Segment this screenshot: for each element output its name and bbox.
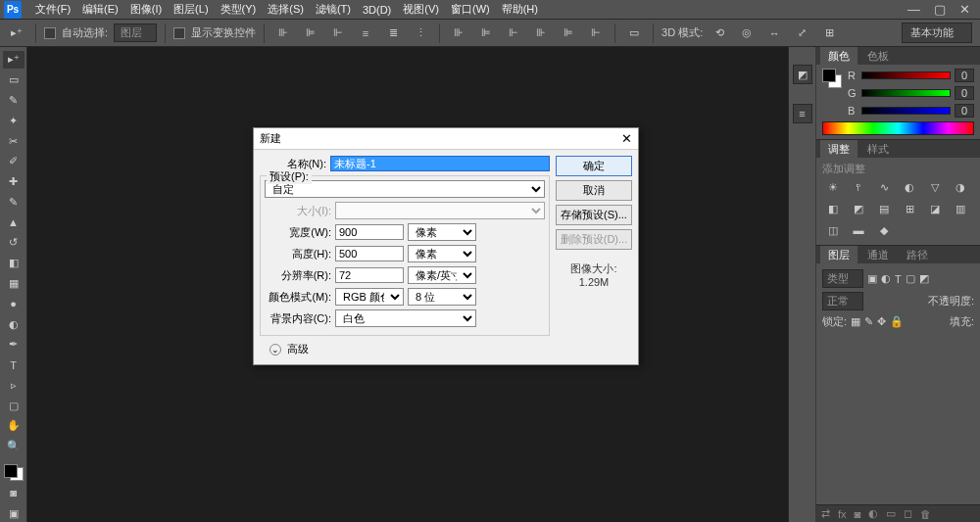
- hand-tool[interactable]: ✋: [3, 417, 24, 435]
- link-icon[interactable]: ⇄: [821, 507, 830, 520]
- adj-curves-icon[interactable]: ∿: [875, 180, 893, 194]
- menu-help[interactable]: 帮助(H): [496, 0, 544, 19]
- 3d-icon-5[interactable]: ⊞: [818, 23, 840, 44]
- lock-icon-1[interactable]: ▦: [851, 315, 860, 328]
- advanced-toggle[interactable]: ⌄ 高级: [260, 336, 550, 358]
- maximize-icon[interactable]: ▢: [934, 2, 946, 17]
- screenmode-tool[interactable]: ▣: [3, 504, 24, 522]
- align-icon-5[interactable]: ≣: [382, 23, 404, 44]
- spectrum-bar[interactable]: [822, 121, 974, 135]
- adj-layer-icon[interactable]: ◐: [868, 507, 878, 520]
- lock-icon-3[interactable]: ✥: [877, 315, 886, 328]
- menu-view[interactable]: 视图(V): [397, 0, 445, 19]
- dock-btn-2[interactable]: ≡: [793, 104, 812, 123]
- layer-filter-type[interactable]: 类型: [822, 269, 863, 288]
- auto-select-checkbox[interactable]: [44, 27, 56, 39]
- dist-icon-3[interactable]: ⊩: [503, 23, 524, 44]
- tab-styles[interactable]: 样式: [859, 140, 897, 159]
- dist-icon-1[interactable]: ⊪: [448, 23, 469, 44]
- name-input[interactable]: [330, 156, 550, 171]
- blend-mode-select[interactable]: 正常: [822, 292, 863, 310]
- show-transform-checkbox[interactable]: [173, 27, 185, 39]
- r-slider[interactable]: [861, 71, 951, 79]
- lock-icon-4[interactable]: 🔒: [890, 315, 904, 328]
- stamp-tool[interactable]: ▲: [3, 214, 24, 231]
- menu-file[interactable]: 文件(F): [29, 0, 76, 19]
- adj-vibrance-icon[interactable]: ▽: [926, 180, 944, 194]
- filter-icon-3[interactable]: T: [895, 273, 902, 285]
- menu-filter[interactable]: 滤镜(T): [310, 0, 357, 19]
- auto-align-icon[interactable]: ▭: [623, 23, 645, 44]
- dist-icon-4[interactable]: ⊪: [530, 23, 552, 44]
- filter-icon-2[interactable]: ◐: [881, 272, 891, 285]
- wand-tool[interactable]: ✦: [3, 112, 24, 129]
- zoom-tool[interactable]: 🔍: [3, 438, 24, 455]
- move-tool-icon[interactable]: ▸⁺: [6, 23, 27, 44]
- lock-icon-2[interactable]: ✎: [864, 315, 873, 328]
- height-input[interactable]: [335, 246, 404, 261]
- g-value[interactable]: 0: [955, 86, 974, 100]
- auto-select-dropdown[interactable]: 图层: [114, 24, 157, 42]
- filter-icon-4[interactable]: ▢: [906, 272, 915, 285]
- width-unit-select[interactable]: 像素: [408, 223, 476, 241]
- fx-icon[interactable]: fx: [838, 508, 847, 520]
- filter-icon-1[interactable]: ▣: [867, 272, 877, 285]
- align-icon-6[interactable]: ⋮: [410, 23, 431, 44]
- dist-icon-6[interactable]: ⊩: [585, 23, 607, 44]
- filter-icon-5[interactable]: ◩: [919, 272, 929, 285]
- panel-fg-swatch[interactable]: [822, 69, 836, 82]
- tab-adjust[interactable]: 调整: [820, 140, 858, 159]
- dialog-close-icon[interactable]: ✕: [621, 131, 632, 146]
- r-value[interactable]: 0: [955, 69, 974, 82]
- adj-mixer-icon[interactable]: ▤: [875, 202, 893, 215]
- eyedropper-tool[interactable]: ✐: [3, 153, 24, 170]
- tab-swatches[interactable]: 色板: [859, 47, 897, 66]
- mode-select[interactable]: RGB 颜色: [335, 288, 404, 306]
- adj-brightness-icon[interactable]: ☀: [824, 180, 842, 194]
- group-icon[interactable]: ▭: [886, 507, 896, 520]
- adj-exposure-icon[interactable]: ◐: [901, 180, 918, 194]
- g-slider[interactable]: [861, 89, 951, 97]
- depth-select[interactable]: 8 位: [408, 288, 476, 306]
- align-icon-4[interactable]: ≡: [355, 23, 376, 44]
- res-unit-select[interactable]: 像素/英寸: [408, 266, 476, 284]
- height-unit-select[interactable]: 像素: [408, 245, 476, 262]
- 3d-icon-3[interactable]: ↔: [763, 23, 785, 44]
- ok-button[interactable]: 确定: [556, 156, 632, 176]
- align-icon-3[interactable]: ⊩: [327, 23, 349, 44]
- adj-poster-icon[interactable]: ▥: [952, 202, 969, 215]
- menu-3d[interactable]: 3D(D): [357, 2, 397, 18]
- path-tool[interactable]: ▹: [3, 377, 24, 395]
- b-value[interactable]: 0: [955, 104, 974, 118]
- cancel-button[interactable]: 取消: [556, 180, 632, 201]
- tab-channels[interactable]: 通道: [859, 246, 897, 264]
- move-tool[interactable]: ▸⁺: [3, 51, 24, 69]
- menu-type[interactable]: 类型(Y): [215, 0, 263, 19]
- workspace-dropdown[interactable]: 基本功能: [902, 23, 972, 43]
- panel-swatch[interactable]: [822, 69, 842, 88]
- adj-selective-icon[interactable]: ◆: [875, 223, 893, 237]
- minimize-icon[interactable]: —: [907, 2, 920, 17]
- menu-select[interactable]: 选择(S): [262, 0, 310, 19]
- lasso-tool[interactable]: ✎: [3, 92, 24, 110]
- menu-layer[interactable]: 图层(L): [168, 0, 214, 19]
- tab-color[interactable]: 颜色: [820, 47, 858, 66]
- crop-tool[interactable]: ✂: [3, 132, 24, 150]
- adj-bw-icon[interactable]: ◧: [824, 202, 842, 215]
- adj-threshold-icon[interactable]: ◫: [824, 223, 842, 237]
- gradient-tool[interactable]: ▦: [3, 275, 24, 293]
- adj-invert-icon[interactable]: ◪: [926, 202, 944, 215]
- blur-tool[interactable]: ●: [3, 295, 24, 312]
- color-swatch[interactable]: [4, 464, 24, 482]
- quickmask-tool[interactable]: ◙: [3, 484, 24, 501]
- heal-tool[interactable]: ✚: [3, 173, 24, 191]
- close-icon[interactable]: ✕: [959, 2, 970, 17]
- save-preset-button[interactable]: 存储预设(S)...: [556, 205, 632, 225]
- adj-gradient-icon[interactable]: ▬: [850, 223, 867, 237]
- b-slider[interactable]: [861, 107, 951, 115]
- align-icon-2[interactable]: ⊫: [300, 23, 321, 44]
- width-input[interactable]: [335, 224, 404, 240]
- adj-levels-icon[interactable]: ⫯: [850, 180, 867, 194]
- 3d-icon-2[interactable]: ◎: [736, 23, 758, 44]
- eraser-tool[interactable]: ◧: [3, 255, 24, 272]
